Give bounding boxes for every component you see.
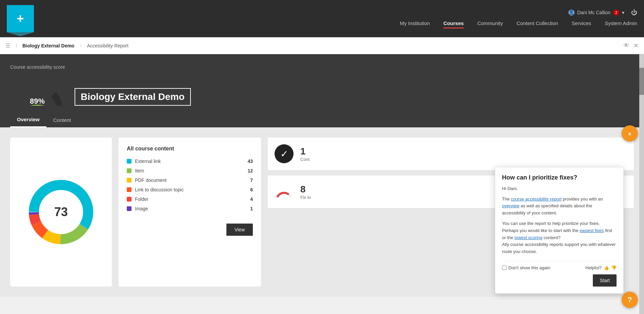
helpful-label: Helpful? [585, 265, 602, 270]
thumbs-up-icon[interactable]: 👍 [604, 265, 609, 270]
view-button[interactable]: View [226, 224, 253, 236]
tab-overview[interactable]: Overview [10, 112, 46, 127]
count-item: 12 [247, 168, 253, 173]
dot-pdf [127, 178, 132, 183]
popup-body2: You can use the report to help prioritiz… [502, 220, 617, 255]
popup-footer: Don't show this again Helpful? 👍 👎 [502, 261, 617, 270]
list-item: Item 12 [127, 168, 253, 173]
course-content-heading: All course content [127, 146, 253, 152]
topbar-right: 👤 Dani Mc Callion 2 ▾ ⏻ My Institution C… [400, 9, 644, 28]
svg-text:a: a [628, 131, 631, 136]
nav-item-community[interactable]: Community [477, 20, 503, 28]
content-list: External link 43 Item 12 PDF document 7 … [127, 159, 253, 211]
list-item: PDF document 7 [127, 177, 253, 183]
check-label: Cont [300, 157, 309, 162]
gauge-percent: 89% [30, 97, 45, 106]
fix-info: 8 Fix lo [300, 184, 311, 200]
prioritize-popup: How can I prioritize fixes? Hi Dani, The… [495, 167, 624, 294]
popup-body1: The course accessibility report provides… [502, 196, 617, 217]
ally-icon: a [625, 129, 635, 138]
link-course-accessibility-report[interactable]: course accessibility report [511, 196, 562, 202]
count-external-link: 43 [247, 159, 253, 164]
ally-icon-button[interactable]: a [622, 125, 638, 142]
count-folder: 4 [250, 196, 253, 202]
dot-folder [127, 197, 132, 202]
separator-2: › [80, 43, 81, 49]
check-card: ✓ 1 Cont [268, 138, 634, 170]
check-circle-icon: ✓ [275, 144, 294, 163]
topbar: + 👤 Dani Mc Callion 2 ▾ ⏻ My Institution… [0, 0, 644, 37]
dot-image [127, 206, 132, 211]
dot-item [127, 168, 132, 173]
secondbar-actions: 👁 ✕ [623, 42, 639, 49]
link-lowest-scoring[interactable]: lowest scoring [515, 235, 542, 240]
user-info: 👤 Dani Mc Callion 2 ▾ ⏻ [568, 9, 637, 16]
label-item: Item [135, 168, 144, 173]
label-external-link: External link [135, 159, 161, 164]
count-pdf: 7 [250, 177, 253, 183]
logo[interactable]: + [7, 5, 34, 32]
label-link-discussion: Link to discussion topic [135, 187, 184, 192]
help-icon: ? [627, 295, 632, 297]
nav-item-system-admin[interactable]: System Admin [605, 20, 637, 28]
label-folder: Folder [135, 196, 148, 202]
label-pdf: PDF document [135, 177, 166, 183]
close-icon[interactable]: ✕ [633, 42, 639, 49]
tab-content[interactable]: Content [46, 112, 78, 127]
list-item: Folder 4 [127, 196, 253, 202]
tab-row: Overview Content [0, 112, 644, 127]
count-link-discussion: 6 [250, 187, 253, 192]
donut-chart: 73 [24, 175, 98, 249]
course-content-card: All course content External link 43 Item… [119, 138, 261, 287]
thumbs-down-icon[interactable]: 👎 [611, 265, 617, 270]
dont-show-checkbox[interactable] [502, 266, 506, 270]
dot-link-discussion [127, 187, 132, 192]
nav-item-courses[interactable]: Courses [443, 20, 464, 28]
list-item: Link to discussion topic 6 [127, 187, 253, 192]
scrollbar-track[interactable] [639, 54, 644, 297]
popup-title: How can I prioritize fixes? [502, 174, 617, 181]
nav-item-my-institution[interactable]: My Institution [400, 20, 430, 28]
user-avatar-icon: 👤 [568, 9, 575, 16]
separator-1: | [16, 43, 17, 49]
course-title: Biology External Demo [75, 88, 191, 106]
dont-show-area: Don't show this again [502, 265, 550, 270]
tab-accessibility-report[interactable]: Accessibility Report [87, 43, 128, 48]
nav-item-services[interactable]: Services [572, 20, 591, 28]
gauge-container: 89% [10, 75, 64, 106]
main-header: Course accessibility score 89% Biology E… [0, 54, 644, 112]
list-item: Image 1 [127, 206, 253, 211]
secondary-bar: ☰ | Biology External Demo › Accessibilit… [0, 37, 644, 54]
nav-item-content-collection[interactable]: Content Collection [517, 20, 558, 28]
sidebar-toggle-icon[interactable]: ☰ [5, 42, 10, 49]
donut-total: 73 [54, 205, 68, 219]
tab-biology-external-demo[interactable]: Biology External Demo [22, 43, 74, 48]
dont-show-label: Don't show this again [508, 265, 550, 270]
score-label: Course accessibility score [10, 64, 634, 70]
score-gauge-area: 89% Biology External Demo [10, 75, 634, 106]
start-button[interactable]: Start [593, 274, 617, 287]
fix-gauge-icon [275, 182, 294, 201]
label-image: Image [135, 206, 148, 211]
dot-external-link [127, 159, 132, 164]
list-item: External link 43 [127, 159, 253, 164]
power-icon[interactable]: ⏻ [631, 9, 637, 16]
main-nav: My Institution Courses Community Content… [400, 20, 637, 28]
fix-count: 8 [300, 184, 311, 195]
eye-icon[interactable]: 👁 [623, 42, 629, 49]
count-image: 1 [250, 206, 253, 211]
fix-label: Fix lo [300, 195, 311, 200]
notification-badge[interactable]: 2 [613, 9, 619, 16]
check-info: 1 Cont [300, 146, 309, 162]
popup-greeting: Hi Dani, [502, 185, 617, 192]
popup-bottom: Start [502, 274, 617, 287]
link-overview[interactable]: overview [502, 203, 519, 208]
dropdown-chevron-icon[interactable]: ▾ [622, 10, 624, 15]
check-count: 1 [300, 146, 309, 157]
helpful-area: Helpful? 👍 👎 [585, 265, 617, 270]
user-name: Dani Mc Callion [577, 10, 610, 15]
logo-plus-icon: + [17, 12, 24, 26]
link-easiest-fixes[interactable]: easiest fixes [580, 228, 604, 233]
donut-chart-card: 73 [10, 138, 112, 287]
scrollbar-thumb[interactable] [639, 68, 644, 95]
